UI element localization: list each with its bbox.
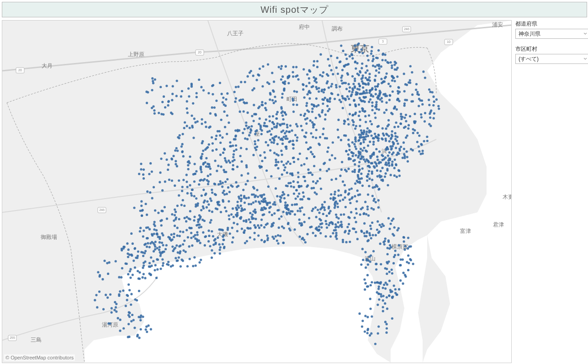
wifi-spot-dot[interactable] (171, 99, 173, 101)
wifi-spot-dot[interactable] (374, 281, 376, 284)
wifi-spot-dot[interactable] (260, 209, 262, 211)
wifi-spot-dot[interactable] (226, 133, 228, 135)
wifi-spot-dot[interactable] (285, 65, 287, 68)
wifi-spot-dot[interactable] (244, 137, 246, 140)
wifi-spot-dot[interactable] (176, 205, 179, 207)
wifi-spot-dot[interactable] (393, 285, 395, 287)
wifi-spot-dot[interactable] (380, 161, 382, 164)
wifi-spot-dot[interactable] (435, 98, 438, 100)
wifi-spot-dot[interactable] (208, 127, 210, 129)
wifi-spot-dot[interactable] (204, 121, 207, 123)
wifi-spot-dot[interactable] (367, 264, 369, 266)
wifi-spot-dot[interactable] (335, 86, 338, 89)
wifi-spot-dot[interactable] (368, 92, 371, 94)
wifi-spot-dot[interactable] (193, 117, 196, 120)
wifi-spot-dot[interactable] (342, 50, 344, 52)
wifi-spot-dot[interactable] (147, 237, 149, 239)
wifi-spot-dot[interactable] (151, 77, 154, 79)
wifi-spot-dot[interactable] (388, 151, 391, 153)
wifi-spot-dot[interactable] (201, 153, 203, 155)
wifi-spot-dot[interactable] (180, 204, 183, 206)
wifi-spot-dot[interactable] (372, 208, 375, 211)
wifi-spot-dot[interactable] (107, 322, 110, 325)
wifi-spot-dot[interactable] (239, 155, 242, 157)
wifi-spot-dot[interactable] (328, 212, 330, 214)
wifi-spot-dot[interactable] (223, 193, 226, 195)
wifi-spot-dot[interactable] (299, 210, 302, 212)
wifi-spot-dot[interactable] (308, 217, 310, 219)
wifi-spot-dot[interactable] (245, 125, 248, 127)
wifi-spot-dot[interactable] (372, 186, 374, 189)
wifi-spot-dot[interactable] (361, 168, 364, 170)
wifi-spot-dot[interactable] (334, 229, 337, 231)
wifi-spot-dot[interactable] (424, 120, 426, 122)
wifi-spot-dot[interactable] (339, 99, 341, 101)
wifi-spot-dot[interactable] (185, 174, 188, 176)
wifi-spot-dot[interactable] (292, 66, 295, 68)
wifi-spot-dot[interactable] (360, 142, 362, 145)
wifi-spot-dot[interactable] (375, 103, 377, 106)
wifi-spot-dot[interactable] (143, 273, 145, 275)
wifi-spot-dot[interactable] (390, 246, 392, 248)
wifi-spot-dot[interactable] (367, 285, 369, 288)
wifi-spot-dot[interactable] (143, 243, 146, 246)
wifi-spot-dot[interactable] (371, 222, 373, 224)
wifi-spot-dot[interactable] (284, 201, 286, 204)
wifi-spot-dot[interactable] (340, 194, 342, 196)
wifi-spot-dot[interactable] (380, 65, 382, 68)
wifi-spot-dot[interactable] (429, 91, 431, 93)
wifi-spot-dot[interactable] (410, 100, 413, 103)
wifi-spot-dot[interactable] (376, 185, 378, 188)
wifi-spot-dot[interactable] (393, 63, 396, 66)
wifi-spot-dot[interactable] (214, 238, 217, 240)
wifi-spot-dot[interactable] (254, 143, 256, 145)
wifi-spot-dot[interactable] (182, 179, 185, 181)
wifi-spot-dot[interactable] (307, 93, 309, 95)
wifi-spot-dot[interactable] (428, 104, 430, 106)
wifi-spot-dot[interactable] (354, 85, 356, 88)
wifi-spot-dot[interactable] (330, 55, 332, 57)
wifi-spot-dot[interactable] (237, 85, 239, 88)
wifi-spot-dot[interactable] (379, 243, 381, 245)
wifi-spot-dot[interactable] (376, 126, 379, 128)
wifi-spot-dot[interactable] (275, 117, 278, 120)
wifi-spot-dot[interactable] (183, 127, 185, 129)
wifi-spot-dot[interactable] (275, 153, 278, 155)
wifi-spot-dot[interactable] (222, 199, 224, 201)
wifi-spot-dot[interactable] (174, 214, 176, 216)
wifi-spot-dot[interactable] (390, 137, 392, 139)
wifi-spot-dot[interactable] (147, 91, 149, 94)
wifi-spot-dot[interactable] (361, 107, 363, 110)
wifi-spot-dot[interactable] (394, 254, 396, 256)
wifi-spot-dot[interactable] (438, 108, 440, 110)
wifi-spot-dot[interactable] (286, 172, 288, 174)
wifi-spot-dot[interactable] (349, 55, 351, 58)
wifi-spot-dot[interactable] (348, 149, 350, 151)
wifi-spot-dot[interactable] (350, 197, 353, 200)
wifi-spot-dot[interactable] (391, 64, 393, 67)
wifi-spot-dot[interactable] (336, 202, 339, 205)
wifi-spot-dot[interactable] (276, 195, 278, 197)
wifi-spot-dot[interactable] (330, 92, 333, 95)
wifi-spot-dot[interactable] (245, 166, 248, 168)
wifi-spot-dot[interactable] (374, 112, 376, 114)
wifi-spot-dot[interactable] (328, 100, 331, 103)
wifi-spot-dot[interactable] (170, 265, 172, 268)
wifi-spot-dot[interactable] (153, 232, 155, 235)
wifi-spot-dot[interactable] (325, 223, 328, 225)
wifi-spot-dot[interactable] (272, 90, 274, 92)
wifi-spot-dot[interactable] (234, 138, 237, 140)
wifi-spot-dot[interactable] (287, 222, 290, 224)
wifi-spot-dot[interactable] (227, 186, 229, 189)
wifi-spot-dot[interactable] (219, 82, 221, 84)
wifi-spot-dot[interactable] (186, 107, 188, 110)
wifi-spot-dot[interactable] (118, 293, 120, 295)
wifi-spot-dot[interactable] (358, 51, 360, 53)
wifi-spot-dot[interactable] (163, 95, 165, 98)
wifi-spot-dot[interactable] (429, 125, 432, 127)
wifi-spot-dot[interactable] (330, 69, 333, 71)
wifi-spot-dot[interactable] (189, 258, 191, 260)
wifi-spot-dot[interactable] (313, 64, 315, 67)
wifi-spot-dot[interactable] (399, 280, 402, 282)
wifi-spot-dot[interactable] (253, 224, 255, 227)
